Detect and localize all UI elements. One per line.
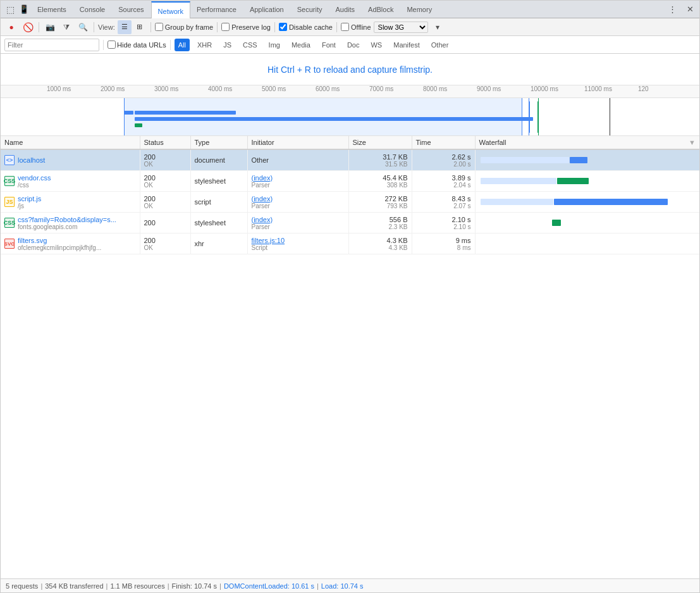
tab-audits[interactable]: Audits [329,1,362,18]
throttle-select[interactable]: Slow 3G No throttling Fast 3G Offline [374,22,428,33]
td-size-localhost: 31.7 KB 31.5 KB [348,149,412,171]
tab-performance[interactable]: Performance [190,1,243,18]
overview-cursor [610,98,610,135]
hide-data-urls-checkbox[interactable] [107,41,116,49]
td-time-vendor-css: 3.89 s 2.04 s [412,171,475,192]
table-row[interactable]: SVG filters.svg ofclemegkcmilinpcimpjkfh… [1,234,699,254]
view-grid-btn[interactable]: ⊞ [133,20,147,34]
tab-console[interactable]: Console [73,1,112,18]
filter-type-ws[interactable]: WS [367,39,386,51]
devtools-icon-cursor[interactable]: ⬚ [3,3,17,16]
th-type[interactable]: Type [190,136,247,149]
wf-bar-waiting-3 [481,199,553,205]
tab-adblock[interactable]: AdBlock [362,1,400,18]
camera-button[interactable]: 📷 [43,20,57,34]
filter-bar: Hide data URLs All XHR JS CSS Img Media … [1,36,699,54]
ruler-tick-6: 6000 ms [314,85,340,92]
stop-recording-button[interactable]: 🚫 [21,20,35,34]
wf-bar-waiting-1 [481,157,569,163]
search-button[interactable]: 🔍 [76,20,90,34]
view-list-btn[interactable]: ☰ [118,20,132,34]
close-devtools-icon[interactable]: ✕ [683,3,697,16]
devtools-icon-mobile[interactable]: 📱 [17,3,31,16]
filter-type-xhr[interactable]: XHR [193,39,216,51]
hide-data-urls-label[interactable]: Hide data URLs [107,41,166,49]
tab-bar-right: ⋮ ✕ [665,3,697,16]
table-row[interactable]: <> localhost 200 OK document Other [1,149,699,171]
table-row[interactable]: CSS vendor.css /css 200 OK stylesheet [1,171,699,192]
td-waterfall-filters-svg [475,234,699,254]
filter-sep-1 [103,40,104,50]
overview-bar-4 [135,123,142,127]
td-initiator-vendor-css: (index) Parser [247,171,348,192]
filter-type-all[interactable]: All [175,39,190,51]
td-time-filters-svg: 9 ms 8 ms [412,234,475,254]
filter-type-other[interactable]: Other [427,39,453,51]
filter-type-media[interactable]: Media [288,39,314,51]
td-type-filters-svg: xhr [190,234,247,254]
offline-label[interactable]: Offline [341,23,371,31]
td-status-filters-svg: 200 OK [140,234,190,254]
preserve-log-label[interactable]: Preserve log [221,23,271,31]
filter-type-img[interactable]: Img [265,39,284,51]
th-waterfall[interactable]: Waterfall ▼ [475,136,699,149]
filter-type-css[interactable]: CSS [239,39,261,51]
td-type-script-js: script [190,192,247,213]
tab-security[interactable]: Security [291,1,329,18]
network-toolbar: ● 🚫 📷 ⧩ 🔍 View: ☰ ⊞ Group by frame Prese… [1,18,699,36]
record-button[interactable]: ● [4,20,18,34]
disable-cache-label[interactable]: Disable cache [279,23,333,31]
td-initiator-localhost: Other [247,149,348,171]
more-tools-icon[interactable]: ⋮ [665,3,679,16]
tab-bar: ⬚ 📱 Elements Console Sources Network Per… [1,1,699,18]
td-type-vendor-css: stylesheet [190,171,247,192]
table-row[interactable]: CSS css?family=Roboto&display=s... fonts… [1,213,699,234]
filter-type-font[interactable]: Font [318,39,340,51]
finish-time: Finish: 10.74 s [172,582,218,590]
filter-input[interactable] [4,39,99,51]
tab-elements[interactable]: Elements [31,1,73,18]
th-status[interactable]: Status [140,136,190,149]
toolbar-separator-1 [39,22,39,32]
td-waterfall-script-js [475,192,699,213]
tab-memory[interactable]: Memory [400,1,439,18]
td-type-google-font: stylesheet [190,213,247,234]
tab-application[interactable]: Application [243,1,291,18]
td-size-filters-svg: 4.3 KB 4.3 KB [348,234,412,254]
throttle-settings-icon[interactable]: ▾ [431,20,445,34]
toolbar-separator-4 [217,22,218,32]
group-by-frame-label[interactable]: Group by frame [155,23,213,31]
file-name-vendor-css: vendor.css [18,174,51,182]
waterfall-overview[interactable] [1,98,699,136]
tab-network[interactable]: Network [151,1,190,19]
filter-type-manifest[interactable]: Manifest [390,39,424,51]
td-initiator-script-js: (index) Parser [247,192,348,213]
td-name-script-js: JS script.js /js [1,192,140,213]
table-row[interactable]: JS script.js /js 200 OK script (ind [1,192,699,213]
overview-bar-3 [135,117,533,121]
ruler-tick-11: 11000 ms [582,85,612,92]
ruler-tick-8: 8000 ms [421,85,447,92]
load-time: Load: 10.74 s [321,582,364,590]
td-size-script-js: 272 KB 793 KB [348,192,412,213]
file-icon-js: JS [4,197,15,207]
offline-checkbox[interactable] [341,23,349,31]
disable-cache-checkbox[interactable] [279,23,287,31]
file-icon-svg: SVG [4,239,15,249]
th-name[interactable]: Name [1,136,140,149]
group-by-frame-checkbox[interactable] [155,23,163,31]
td-initiator-google-font: (index) Parser [247,213,348,234]
th-size[interactable]: Size [348,136,412,149]
filter-type-js[interactable]: JS [219,39,235,51]
tab-sources[interactable]: Sources [112,1,150,18]
requests-count: 5 requests [6,582,38,590]
toolbar-separator-3 [150,22,151,32]
filter-sep-2 [170,40,171,50]
filter-button[interactable]: ⧩ [59,20,73,34]
preserve-log-checkbox[interactable] [221,23,230,31]
filter-type-doc[interactable]: Doc [343,39,364,51]
th-initiator[interactable]: Initiator [247,136,348,149]
sort-icon: ▼ [689,139,696,146]
th-time[interactable]: Time [412,136,475,149]
ruler-tick-3: 3000 ms [152,85,178,92]
